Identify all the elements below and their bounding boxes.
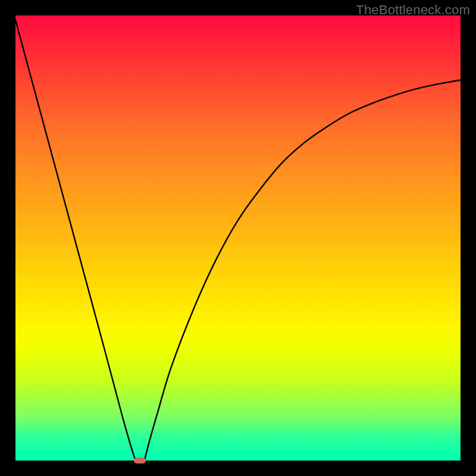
chart-lines bbox=[15, 15, 461, 461]
chart-plot-area bbox=[15, 15, 461, 461]
curve-right-branch bbox=[145, 80, 461, 461]
watermark-text: TheBottleneck.com bbox=[356, 2, 470, 18]
bottleneck-marker bbox=[134, 458, 146, 464]
curve-left-branch bbox=[15, 20, 136, 461]
